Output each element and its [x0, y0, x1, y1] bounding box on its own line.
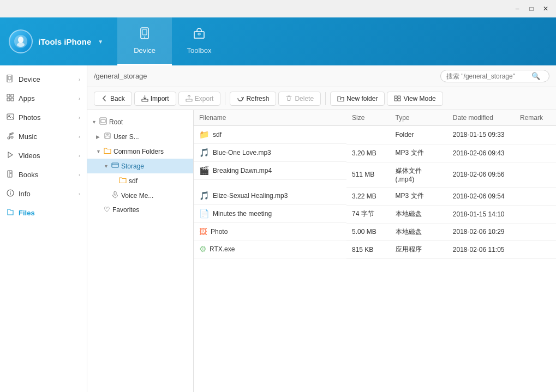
- export-label: Export: [195, 95, 214, 102]
- svg-rect-33: [101, 119, 105, 123]
- delete-button[interactable]: Delete: [278, 92, 321, 106]
- file-remark: [515, 240, 556, 258]
- svg-marker-19: [8, 152, 13, 158]
- col-header-date[interactable]: Date modified: [447, 110, 515, 126]
- sidebar-item-device[interactable]: Device ›: [0, 70, 87, 89]
- back-button[interactable]: Back: [94, 92, 132, 106]
- file-size: 5.00 MB: [346, 223, 390, 240]
- close-button[interactable]: ✕: [540, 3, 552, 15]
- col-header-type[interactable]: Type: [390, 110, 447, 126]
- table-row[interactable]: 📄 Minutes the meeting 74 字节 本地磁盘 2018-01…: [194, 205, 556, 223]
- svg-rect-4: [142, 29, 147, 35]
- sidebar-item-videos[interactable]: Videos ›: [0, 146, 87, 165]
- tree-item-common-folders[interactable]: ▼ Common Folders: [87, 144, 193, 159]
- svg-rect-7: [198, 33, 200, 35]
- tab-toolbox[interactable]: Toolbox: [172, 17, 226, 65]
- sidebar-item-apps[interactable]: Apps ›: [0, 89, 87, 108]
- svg-rect-20: [8, 171, 12, 177]
- file-remark: [515, 223, 556, 240]
- tree-item-root[interactable]: ▼ Root: [87, 114, 193, 129]
- table-row[interactable]: 🎬 Breaking Dawn.mp4 511 MB 媒体文件 (.mp4) 2…: [194, 162, 556, 187]
- col-header-filename[interactable]: Filename: [194, 110, 346, 126]
- file-icon: 🎵: [199, 148, 210, 158]
- tree-voiceme-label: Voice Me...: [121, 192, 153, 200]
- sidebar-info-arrow: ›: [79, 191, 80, 197]
- sidebar-item-music[interactable]: Music ›: [0, 127, 87, 146]
- sidebar-item-books[interactable]: Books ›: [0, 165, 87, 184]
- tab-device[interactable]: Device: [117, 17, 172, 65]
- sidebar-music-label: Music: [19, 132, 37, 141]
- toolbar-sep-2: [325, 92, 326, 105]
- view-mode-button[interactable]: View Mode: [387, 92, 443, 106]
- file-size: 511 MB: [346, 162, 390, 187]
- maximize-button[interactable]: □: [525, 3, 537, 15]
- common-folders-icon: [104, 147, 111, 156]
- file-name: RTX.exe: [210, 245, 235, 253]
- device-icon: [7, 75, 14, 84]
- minimize-button[interactable]: –: [511, 3, 523, 15]
- table-row[interactable]: 📁 sdf Folder 2018-01-15 09:33: [194, 126, 556, 144]
- books-icon: [7, 170, 14, 179]
- tree-root-label: Root: [109, 118, 123, 126]
- file-name: Elize-Sexual Healing.mp3: [213, 192, 288, 200]
- voiceme-icon: [111, 191, 119, 200]
- favorites-icon: ♡: [104, 206, 110, 214]
- svg-point-5: [144, 37, 145, 38]
- file-type: 本地磁盘: [390, 205, 447, 223]
- col-header-remark[interactable]: Remark: [515, 110, 556, 126]
- svg-rect-11: [7, 94, 10, 97]
- svg-rect-26: [142, 99, 148, 101]
- videos-icon: [7, 151, 14, 160]
- file-type: Folder: [390, 126, 447, 144]
- table-row[interactable]: 🎵 Blue-One Love.mp3 3.20 MB MP3 文件 2018-…: [194, 144, 556, 162]
- info-icon: [7, 189, 14, 198]
- tree-item-favorites[interactable]: ♡ Favorites: [87, 203, 193, 216]
- tree-storage-label: Storage: [121, 162, 144, 170]
- storage-expand-arrow: ▼: [104, 164, 109, 169]
- svg-rect-29: [398, 96, 400, 98]
- sidebar-apps-label: Apps: [19, 94, 35, 102]
- sidebar-item-photos[interactable]: Photos ›: [0, 108, 87, 127]
- sdf-icon: [119, 176, 127, 185]
- sidebar-item-files[interactable]: Files: [0, 203, 87, 222]
- file-type: MP3 文件: [390, 187, 447, 205]
- svg-point-10: [9, 81, 10, 81]
- import-button[interactable]: Import: [134, 92, 176, 106]
- file-size: 3.20 MB: [346, 144, 390, 162]
- new-folder-button[interactable]: New folder: [330, 92, 385, 106]
- tree-item-users[interactable]: ▶ User S...: [87, 129, 193, 144]
- sidebar-device-label: Device: [19, 75, 40, 83]
- search-input[interactable]: [446, 73, 528, 80]
- file-remark: [515, 144, 556, 162]
- tree-item-storage[interactable]: ▼ Storage: [87, 159, 193, 173]
- main-layout: Device › Apps › Photos › Music ›: [0, 65, 556, 392]
- export-button[interactable]: Export: [178, 92, 221, 106]
- tree-sdf-label: sdf: [129, 177, 137, 185]
- sidebar-files-label: Files: [19, 209, 35, 217]
- search-box[interactable]: 🔍: [440, 70, 549, 82]
- file-icon: 🎬: [199, 166, 210, 176]
- col-header-size[interactable]: Size: [346, 110, 390, 126]
- file-date: 2018-02-06 09:54: [447, 187, 515, 205]
- tab-toolbox-label: Toolbox: [187, 46, 212, 55]
- svg-rect-30: [394, 99, 397, 101]
- refresh-button[interactable]: Refresh: [230, 92, 276, 106]
- file-icon: 📄: [199, 209, 210, 219]
- tree-item-sdf[interactable]: sdf: [87, 173, 193, 188]
- tree-panel: ▼ Root ▶ User S... ▼: [87, 110, 194, 392]
- table-header-row: Filename Size Type Date modified Remark: [194, 110, 556, 126]
- breadcrumb-bar: /general_storage 🔍: [87, 65, 556, 87]
- toolbox-tab-icon: [193, 27, 206, 43]
- file-icon: 🖼: [199, 227, 207, 236]
- tree-item-voice-me[interactable]: Voice Me...: [87, 188, 193, 203]
- svg-point-18: [11, 136, 13, 138]
- file-date: 2018-02-06 09:56: [447, 162, 515, 187]
- table-row[interactable]: ⚙ RTX.exe 815 KB 应用程序 2018-02-06 11:05: [194, 240, 556, 258]
- svg-rect-12: [11, 94, 14, 97]
- sidebar-item-info[interactable]: Info ›: [0, 184, 87, 203]
- title-bar: – □ ✕: [0, 0, 556, 17]
- svg-point-25: [10, 191, 10, 191]
- table-row[interactable]: 🖼 Photo 5.00 MB 本地磁盘 2018-02-06 10:29: [194, 223, 556, 240]
- table-row[interactable]: 🎵 Elize-Sexual Healing.mp3 3.22 MB MP3 文…: [194, 187, 556, 205]
- music-icon: [7, 132, 14, 141]
